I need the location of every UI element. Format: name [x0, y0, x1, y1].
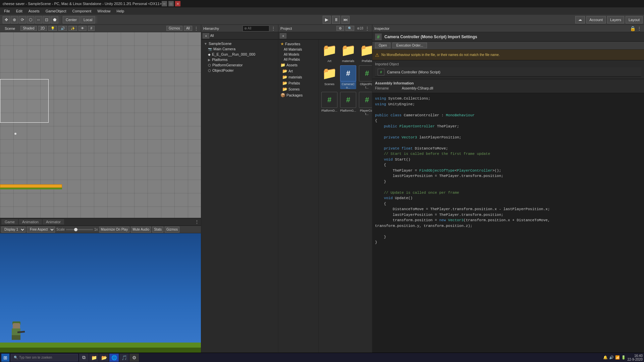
scene-menu-button[interactable]: ⋮: [194, 26, 199, 31]
art-folder[interactable]: 📂 Art: [278, 68, 318, 74]
menu-edit[interactable]: Edit: [13, 8, 25, 14]
prefabs-folder[interactable]: 📂 Prefabs: [278, 80, 318, 86]
asset-cameracontroller[interactable]: # CameraCo...: [340, 65, 356, 89]
menu-window[interactable]: Window: [95, 8, 113, 14]
custom-tool-button[interactable]: ⬟: [51, 16, 58, 23]
asset-platformd[interactable]: # PlatformD...: [321, 92, 337, 116]
all-models-item[interactable]: All Models: [278, 52, 318, 57]
materials-folder[interactable]: 📂 materials: [278, 74, 318, 80]
scene-view[interactable]: [0, 32, 201, 218]
all-button[interactable]: All: [184, 26, 192, 31]
minimize-button[interactable]: ─: [162, 1, 167, 6]
taskbar-unity[interactable]: ⚙: [129, 354, 139, 362]
asset-platformg[interactable]: # PlatformG...: [340, 92, 356, 116]
menu-file[interactable]: File: [1, 8, 13, 14]
collab-button[interactable]: ☁: [575, 16, 585, 23]
center-button[interactable]: Center: [63, 16, 80, 23]
taskbar-wifi-icon[interactable]: 📶: [615, 355, 620, 360]
asset-scenes[interactable]: 📁 Scenes: [321, 65, 337, 89]
project-options-button[interactable]: ⚙: [336, 26, 344, 31]
imported-object-item[interactable]: # Camera Controller (Mono Script): [375, 67, 641, 77]
taskbar-browser[interactable]: 🌐: [109, 354, 119, 362]
maximize-button[interactable]: □: [168, 1, 174, 6]
close-button[interactable]: ✕: [175, 1, 180, 6]
inspector-menu-button[interactable]: ⋮: [637, 26, 642, 31]
layout-button[interactable]: Layout: [626, 16, 643, 23]
inspector-tab[interactable]: Inspector: [374, 26, 389, 31]
assets-folder[interactable]: 📁 Assets: [278, 62, 318, 68]
menu-gameobject[interactable]: GameObject: [43, 8, 69, 14]
hand-tool-button[interactable]: ✥: [3, 16, 10, 23]
asset-materials[interactable]: 📁 materials: [340, 42, 356, 63]
rotate-tool-button[interactable]: ⟳: [19, 16, 26, 23]
move-tool-button[interactable]: ⊕: [11, 16, 18, 23]
stats-button[interactable]: Stats: [152, 227, 163, 233]
tree-item-egun[interactable]: ◆ E_E_Gun__Run_000_000: [201, 52, 278, 57]
hierarchy-add-button[interactable]: +: [203, 33, 209, 39]
tree-item-maincamera[interactable]: 📷 Main Camera: [201, 46, 278, 52]
mute-audio-button[interactable]: Mute Audio: [131, 227, 151, 233]
favorites-folder[interactable]: ★ Favorites: [278, 41, 318, 47]
scene-grid-button[interactable]: #: [88, 26, 95, 31]
gizmos-button[interactable]: Gizmos: [166, 26, 182, 31]
start-button[interactable]: ⊞: [1, 354, 9, 362]
tree-item-samplescene[interactable]: ▼ SampleScene: [201, 41, 278, 46]
packages-folder[interactable]: 📦 Packages: [278, 92, 318, 98]
scale-slider[interactable]: [66, 229, 93, 230]
transform-tool-button[interactable]: ⊡: [43, 16, 50, 23]
menu-assets[interactable]: Assets: [26, 8, 42, 14]
taskbar-file-explorer[interactable]: 📁: [89, 354, 99, 362]
taskbar-sound-icon[interactable]: 🔊: [609, 355, 614, 360]
open-button[interactable]: Open: [375, 43, 390, 48]
scene-audio-button[interactable]: 🔊: [58, 26, 67, 31]
taskbar-file-explorer-2[interactable]: 📂: [99, 354, 109, 362]
aspect-select[interactable]: Free Aspect: [27, 227, 55, 233]
taskbar-media[interactable]: 🎵: [119, 354, 129, 362]
shading-button[interactable]: Shaded: [20, 26, 37, 31]
game-gizmos-button[interactable]: Gizmos: [165, 227, 179, 233]
scene-hidden-button[interactable]: 👁: [78, 26, 87, 31]
animator-tab[interactable]: Animator: [43, 219, 64, 225]
rect-tool-button[interactable]: ↔: [35, 16, 42, 23]
scale-tool-button[interactable]: ⬡: [27, 16, 34, 23]
pause-button[interactable]: ⏸: [332, 16, 340, 24]
project-tab[interactable]: Project: [280, 26, 292, 31]
execution-order-button[interactable]: Execution Order...: [392, 43, 427, 48]
asset-playercont[interactable]: # PlayerCont...: [359, 92, 372, 116]
tree-item-platformgenerator[interactable]: ⬡ PlatformGenerator: [201, 62, 278, 68]
asset-prefabs[interactable]: 📁 Prefabs: [359, 42, 372, 63]
tree-item-objectpooler[interactable]: ⬡ ObjectPooler: [201, 68, 278, 73]
anim-menu-button[interactable]: ⋮: [194, 219, 200, 225]
scenes-folder[interactable]: 📂 Scenes: [278, 86, 318, 92]
local-button[interactable]: Local: [80, 16, 95, 23]
project-search-button[interactable]: 🔍: [345, 26, 354, 31]
all-materials-item[interactable]: All Materials: [278, 47, 318, 52]
all-prefabs-item[interactable]: All Prefabs: [278, 57, 318, 62]
scene-fx-button[interactable]: ✨: [68, 26, 77, 31]
asset-objectpooler[interactable]: # ObjectPool...: [359, 65, 372, 89]
asset-art[interactable]: 📁 Art: [321, 42, 337, 63]
taskbar-task-view[interactable]: ⧉: [79, 354, 89, 362]
account-button[interactable]: Account: [586, 16, 606, 23]
project-menu-button[interactable]: ⋮: [365, 26, 370, 31]
inspector-lock-button[interactable]: 🔒: [630, 26, 635, 31]
hierarchy-menu-button[interactable]: ⋮: [271, 26, 276, 31]
maximize-on-play-button[interactable]: Maximize On Play: [99, 227, 130, 233]
step-button[interactable]: ⏭: [341, 16, 350, 24]
tree-item-platforms[interactable]: ▶ Platforms: [201, 57, 278, 62]
menu-component[interactable]: Component: [69, 8, 94, 14]
project-add-button[interactable]: +: [280, 33, 286, 39]
hierarchy-tab[interactable]: Hierarchy: [203, 26, 219, 31]
layers-button[interactable]: Layers: [607, 16, 624, 23]
play-button[interactable]: ▶: [323, 16, 331, 24]
scene-tab[interactable]: Scene: [2, 26, 18, 31]
display-select[interactable]: Display 1: [1, 227, 25, 233]
taskbar-notif-icon[interactable]: 🔔: [603, 355, 608, 360]
2d-button[interactable]: 2D: [38, 26, 47, 31]
animation-tab[interactable]: Animation: [19, 219, 42, 225]
game-tab[interactable]: Game: [1, 219, 18, 225]
taskbar-battery-icon[interactable]: 🔋: [621, 355, 626, 360]
taskbar-search[interactable]: 🔍 Typ hier om te zoeken: [11, 354, 78, 361]
hierarchy-search-input[interactable]: [243, 25, 269, 32]
scene-light-button[interactable]: 💡: [48, 26, 57, 31]
